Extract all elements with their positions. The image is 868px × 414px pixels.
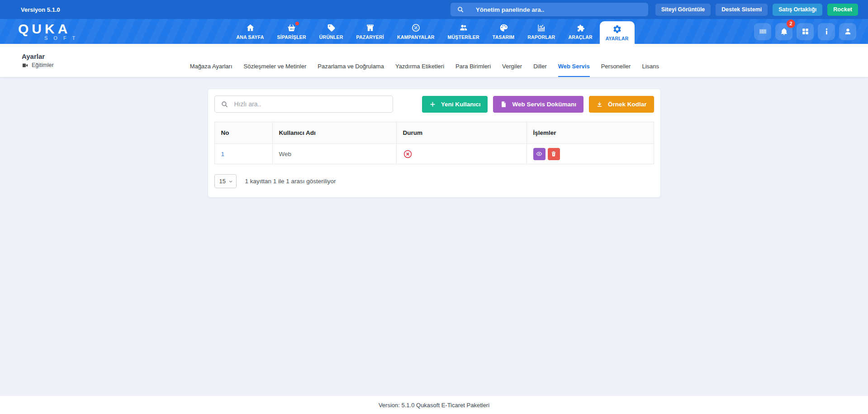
affiliate-button[interactable]: Satış Ortaklığı [773,4,822,16]
logo[interactable]: QUKA SOFT [18,19,115,44]
tab-vergiler[interactable]: Vergiler [502,44,522,77]
nav-item-musteriler[interactable]: MÜŞTERİLER [442,19,485,44]
nav-items: ANA SAYFA SİPARİŞLER ÜRÜNLER PAZARYE [115,19,749,44]
info-button[interactable] [818,23,835,40]
support-system-button[interactable]: Destek Sistemi [716,4,768,16]
breadcrumb: Ayarlar Eğitimler [22,44,54,77]
topbar-actions: Siteyi Görüntüle Destek Sistemi Satış Or… [655,4,858,16]
eye-icon [536,151,542,157]
row-no-link[interactable]: 1 [221,151,225,157]
web-service-users-table: No Kullanıcı Adı Durum İşlemler 1 Web [214,122,654,164]
video-camera-icon [22,62,28,69]
admin-search-input[interactable] [476,6,642,13]
quick-search-input[interactable] [234,100,387,108]
download-icon [596,101,603,108]
nav-item-urunler[interactable]: ÜRÜNLER [313,19,349,44]
nav-item-raporlar[interactable]: RAPORLAR [522,19,561,44]
card-toolbar: Yeni Kullanıcı Web Servis Dokümanı Örnek… [214,95,654,113]
footer-text: Version: 5.1.0 Qukasoft E-Ticaret Paketl… [379,402,489,409]
nav-item-siparisler[interactable]: SİPARİŞLER [271,19,312,44]
orders-alert-dot [295,22,299,25]
tab-personeller[interactable]: Personeller [601,44,631,77]
home-icon [246,23,255,33]
page-size-value: 15 [219,178,226,185]
column-header-actions: İşlemler [526,122,654,144]
logo-subtext: SOFT [44,35,115,41]
new-user-button[interactable]: Yeni Kullanıcı [422,96,488,113]
nav-item-araclar[interactable]: ARAÇLAR [562,19,598,44]
pagination-summary: 1 kayıttan 1 ile 1 arası gösteriliyor [245,178,336,185]
tab-yazdirma-etiketleri[interactable]: Yazdırma Etiketleri [395,44,444,77]
notification-badge: 2 [787,19,795,28]
admin-search[interactable] [451,3,648,16]
gear-icon [612,24,622,34]
topbar: Versiyon 5.1.0 Siteyi Görüntüle Destek S… [0,0,868,19]
web-service-doc-button[interactable]: Web Servis Dokümanı [493,96,583,113]
chart-icon [536,23,546,33]
rocket-button[interactable]: Rocket [827,4,858,16]
grid-icon [801,27,810,36]
apps-grid-button[interactable] [797,23,814,40]
card-actions: Yeni Kullanıcı Web Servis Dokümanı Örnek… [422,96,654,113]
palette-icon [499,23,508,33]
nav-item-ana-sayfa[interactable]: ANA SAYFA [230,19,270,44]
document-icon [500,101,507,108]
account-button[interactable] [839,23,856,40]
footer: Version: 5.1.0 Qukasoft E-Ticaret Paketl… [0,396,868,414]
delete-user-button[interactable] [548,148,560,160]
tab-web-servis[interactable]: Web Servis [558,44,590,77]
settings-tabs: Mağaza Ayarları Sözleşmeler ve Metinler … [190,44,659,77]
main-nav: QUKA SOFT ANA SAYFA SİPARİŞLER [0,19,868,44]
page-header: Ayarlar Eğitimler Mağaza Ayarları Sözleş… [0,44,868,77]
view-site-button[interactable]: Siteyi Görüntüle [655,4,711,16]
column-header-username: Kullanıcı Adı [272,122,396,144]
quick-search[interactable] [214,95,393,113]
tab-para-birimleri[interactable]: Para Birimleri [455,44,491,77]
view-user-button[interactable] [533,148,545,160]
plus-icon [429,101,436,108]
percent-icon [411,23,421,33]
nav-item-kampanyalar[interactable]: KAMPANYALAR [391,19,441,44]
barcode-button[interactable] [754,23,771,40]
tab-diller[interactable]: Diller [533,44,547,77]
bell-icon [780,27,788,36]
nav-item-pazaryeri[interactable]: PAZARYERİ [351,19,390,44]
trainings-link[interactable]: Eğitimler [22,62,54,69]
pagination: 15 1 kayıttan 1 ile 1 arası gösteriliyor [214,174,654,188]
search-icon [457,6,464,13]
info-icon [822,27,831,36]
content-area: Yeni Kullanıcı Web Servis Dokümanı Örnek… [0,77,868,197]
trainings-label: Eğitimler [32,62,54,68]
version-label: Versiyon 5.1.0 [21,6,60,13]
notifications-button[interactable]: 2 [775,23,792,40]
tab-pazarlama-ve-dogrulama[interactable]: Pazarlama ve Doğrulama [318,44,384,77]
logo-text: QUKA [18,23,115,35]
nav-item-tasarim[interactable]: TASARIM [487,19,520,44]
tab-magaza-ayarlari[interactable]: Mağaza Ayarları [190,44,232,77]
storefront-icon [365,23,375,33]
nav-item-ayarlar[interactable]: AYARLAR [600,21,635,44]
column-header-status: Durum [396,122,526,144]
sample-codes-button[interactable]: Örnek Kodlar [589,96,654,113]
row-username: Web [272,144,396,164]
puzzle-icon [576,23,585,33]
user-icon [844,27,852,36]
users-icon [459,23,468,33]
row-actions [533,148,647,160]
basket-icon [287,23,296,33]
nav-quick-actions: 2 [754,19,856,44]
table-row: 1 Web [214,144,654,164]
tab-sozlesmeler-ve-metinler[interactable]: Sözleşmeler ve Metinler [244,44,307,77]
table-header-row: No Kullanıcı Adı Durum İşlemler [214,122,654,144]
search-icon [221,100,228,108]
column-header-no: No [214,122,272,144]
trash-icon [550,151,557,157]
web-service-card: Yeni Kullanıcı Web Servis Dokümanı Örnek… [208,89,660,197]
tab-lisans[interactable]: Lisans [642,44,659,77]
chevron-down-icon [228,179,233,184]
circle-x-icon [403,149,413,159]
admin-panel: Versiyon 5.1.0 Siteyi Görüntüle Destek S… [0,0,868,414]
page-title: Ayarlar [22,52,54,60]
barcode-icon [759,27,767,36]
page-size-select[interactable]: 15 [214,174,237,188]
